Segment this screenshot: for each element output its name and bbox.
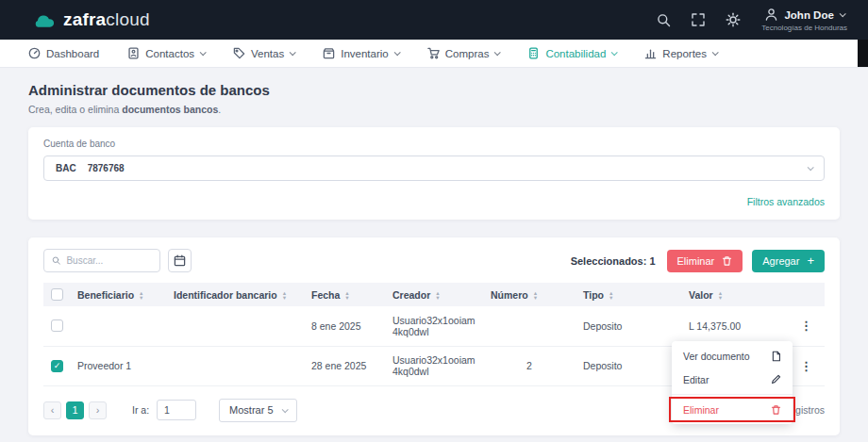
dashboard-icon [28, 47, 41, 59]
search-input[interactable] [66, 255, 152, 266]
cloud-logo-icon [32, 12, 57, 28]
chevron-down-icon [200, 49, 207, 56]
subtitle-pre: Crea, edita o elimina [28, 104, 122, 115]
fullscreen-icon[interactable] [692, 13, 705, 26]
column-header-creador[interactable]: Creador▲▼ [385, 283, 483, 306]
cell-numero: 2 [483, 346, 576, 385]
delete-button[interactable]: Eliminar [667, 250, 743, 272]
nav-item-contabilidad[interactable]: Contabilidad [527, 47, 616, 59]
cell-tipo: Deposito [576, 306, 681, 346]
column-header-actions [787, 283, 825, 306]
sort-icon: ▲▼ [435, 291, 440, 300]
chevron-down-icon [839, 10, 845, 17]
column-header-identificador[interactable]: Identificador bancario▲▼ [166, 283, 304, 306]
inventory-icon [323, 47, 335, 59]
column-label: Identificador bancario [174, 289, 277, 301]
contacts-icon [127, 47, 140, 59]
chevron-down-icon [712, 49, 719, 56]
table-row: 8 ene 2025 Usuario32x1ooiam4kq0dwl Depos… [43, 306, 825, 346]
accounting-icon [527, 47, 540, 59]
check-icon: ✓ [54, 362, 61, 370]
nav-item-contactos[interactable]: Contactos [127, 47, 205, 59]
next-page-button[interactable]: › [89, 401, 107, 419]
cell-identificador [166, 346, 304, 385]
search-icon[interactable] [657, 13, 671, 27]
menu-item-view-document[interactable]: Ver documento [672, 344, 793, 368]
menu-item-delete[interactable]: Eliminar [672, 398, 793, 421]
bank-code: BAC [56, 163, 76, 173]
nav-item-inventario[interactable]: Inventario [323, 47, 399, 59]
edge-strip [858, 40, 868, 67]
prev-page-button[interactable]: ‹ [43, 401, 61, 419]
row-checkbox-checked[interactable]: ✓ [51, 360, 63, 372]
app-root: zafracloud John Doe Tecnologías [0, 0, 868, 442]
column-header-fecha[interactable]: Fecha▲▼ [304, 283, 385, 306]
menu-item-label: Editar [683, 374, 709, 385]
page-subtitle: Crea, edita o elimina documentos bancos. [28, 104, 840, 115]
goto-page-input[interactable] [157, 400, 196, 420]
chevron-down-icon [494, 49, 501, 56]
pencil-icon [771, 374, 781, 385]
theme-toggle-sun-icon[interactable] [726, 12, 741, 27]
column-label: Fecha [311, 289, 340, 301]
user-menu[interactable]: John Doe Tecnologías de Honduras [761, 8, 847, 32]
column-header-tipo[interactable]: Tipo▲▼ [576, 283, 681, 306]
top-navbar: zafracloud John Doe Tecnologías [0, 0, 868, 40]
chevron-down-icon [281, 406, 288, 413]
nav-item-label: Compras [445, 48, 490, 59]
column-label: Beneficiario [77, 289, 134, 301]
sort-icon: ▲▼ [718, 291, 723, 300]
page-1-button[interactable]: 1 [66, 401, 84, 419]
column-header-beneficiario[interactable]: Beneficiario▲▼ [70, 283, 166, 306]
add-button-label: Agregar [762, 255, 799, 267]
user-name: John Doe [784, 9, 833, 21]
search-icon [52, 255, 60, 266]
brand-text-bold: zafra [63, 9, 106, 29]
user-company: Tecnologías de Honduras [761, 24, 847, 32]
document-icon [771, 351, 781, 362]
cell-beneficiario: Proveedor 1 [70, 346, 166, 385]
cell-fecha: 28 ene 2025 [304, 346, 385, 385]
calendar-button[interactable] [168, 249, 192, 272]
column-label: Tipo [583, 289, 604, 301]
nav-item-label: Reportes [662, 48, 707, 59]
row-actions-kebab-icon[interactable]: ⋮ [794, 359, 818, 373]
page-size-select[interactable]: Mostrar 5 [219, 399, 296, 422]
sort-icon: ▲▼ [533, 291, 538, 300]
chevron-down-icon [611, 49, 618, 56]
row-actions-kebab-icon[interactable]: ⋮ [794, 319, 818, 333]
advanced-filters-link[interactable]: Filtros avanzados [43, 196, 825, 207]
menu-item-label: Ver documento [683, 351, 750, 362]
nav-item-compras[interactable]: Compras [427, 47, 500, 59]
column-header-valor[interactable]: Valor▲▼ [681, 283, 787, 306]
brand-text: zafracloud [63, 9, 150, 30]
row-checkbox[interactable] [51, 319, 63, 332]
nav-item-label: Dashboard [46, 48, 99, 59]
nav-item-label: Ventas [251, 48, 284, 59]
select-all-checkbox[interactable] [51, 288, 63, 301]
brand-logo[interactable]: zafracloud [32, 9, 150, 30]
add-button[interactable]: Agregar + [752, 250, 825, 272]
column-label: Creador [392, 289, 430, 301]
bank-account-select[interactable]: BAC 7876768 [43, 156, 825, 181]
header-select-all[interactable] [43, 283, 70, 306]
user-avatar-icon [764, 8, 778, 22]
sort-icon: ▲▼ [609, 291, 613, 300]
menu-item-edit[interactable]: Editar [672, 368, 793, 391]
column-label: Valor [689, 289, 713, 301]
plus-icon: + [807, 256, 814, 266]
page-title: Administrar documentos de bancos [28, 82, 840, 98]
column-header-numero[interactable]: Número▲▼ [483, 283, 576, 306]
table-header-row: Beneficiario▲▼ Identificador bancario▲▼ … [43, 283, 825, 306]
bank-account-number: 7876768 [88, 163, 125, 173]
nav-item-dashboard[interactable]: Dashboard [28, 47, 99, 59]
navbar-actions: John Doe Tecnologías de Honduras [657, 8, 847, 32]
cell-fecha: 8 ene 2025 [304, 306, 385, 346]
calendar-icon [174, 254, 186, 267]
trash-icon [771, 404, 781, 416]
nav-item-ventas[interactable]: Ventas [233, 47, 294, 59]
nav-item-reportes[interactable]: Reportes [644, 47, 717, 59]
cell-valor: L 14,375.00 [681, 306, 787, 346]
sort-icon: ▲▼ [344, 291, 349, 300]
chevron-down-icon [290, 49, 296, 56]
